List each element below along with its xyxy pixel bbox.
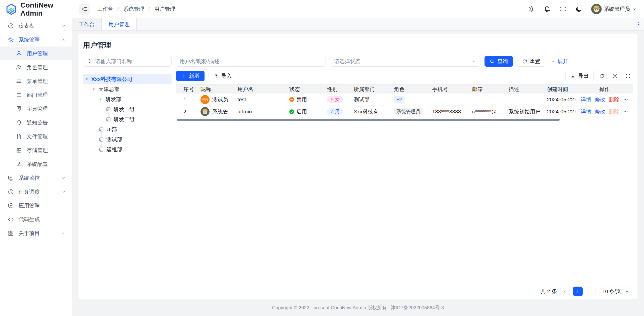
app-root: ContiNew Admin 仪表盘 系统管理 用户管理 角色管理: [0, 0, 644, 316]
sidebar-item-user-management[interactable]: 用户管理: [0, 47, 72, 60]
expand-filters-link[interactable]: 展开: [551, 58, 568, 65]
fullscreen-icon[interactable]: [559, 6, 567, 13]
caret-down-icon[interactable]: [85, 77, 89, 81]
sidebar-item-label: 任务调度: [19, 188, 57, 195]
more-actions-icon[interactable]: [623, 97, 628, 102]
sidebar-item-dictionary-management[interactable]: 字典管理: [0, 102, 72, 116]
cell-role: 系统管理员: [390, 106, 428, 118]
role-badge: 系统管理员: [394, 108, 423, 115]
tree-node-rd-group1[interactable]: 研发一组: [83, 104, 172, 114]
avatar: 试员: [200, 95, 210, 104]
sidebar-item-menu-management[interactable]: 菜单管理: [0, 74, 72, 88]
avatar: [591, 4, 602, 14]
reset-button-label: 重置: [530, 58, 540, 65]
topbar: 工作台 / 系统管理 / 用户管理 系统管理员: [72, 0, 644, 18]
status-enabled-icon: [289, 109, 294, 114]
sidebar-item-about-project[interactable]: 关于项目: [0, 226, 72, 240]
sidebar-item-app-management[interactable]: 应用管理: [0, 199, 72, 212]
sidebar-item-code-generation[interactable]: 代码生成: [0, 212, 72, 226]
user-search-input[interactable]: [180, 58, 322, 64]
table-toolbar: 新增 导入 导出: [176, 71, 633, 81]
upload-icon: [214, 73, 219, 79]
collapse-sidebar-button[interactable]: [79, 4, 90, 15]
column-settings-button[interactable]: [610, 71, 620, 81]
edit-link[interactable]: 修改: [595, 108, 605, 115]
department-search-input[interactable]: [95, 58, 168, 64]
sidebar-item-system-management[interactable]: 系统管理: [0, 33, 72, 47]
tab-user-management[interactable]: 用户管理: [102, 18, 137, 30]
sidebar-item-role-management[interactable]: 角色管理: [0, 60, 72, 74]
cube-icon: [8, 202, 14, 209]
query-button[interactable]: 查询: [485, 56, 513, 67]
tree-node-company[interactable]: Xxx科技有限公司: [83, 74, 172, 84]
dark-mode-moon-icon[interactable]: [575, 6, 582, 13]
sidebar-item-system-config[interactable]: 系统配置: [0, 157, 72, 171]
role-count-badge[interactable]: +2: [394, 96, 405, 103]
tree-node-tianjin-hq[interactable]: 天津总部: [83, 84, 172, 94]
add-button[interactable]: 新增: [176, 71, 205, 81]
caret-down-icon[interactable]: [92, 87, 96, 92]
import-button[interactable]: 导入: [209, 71, 237, 81]
edit-link[interactable]: 修改: [595, 96, 605, 103]
tree-node-ui-dept[interactable]: UI部: [83, 124, 172, 134]
breadcrumb-item[interactable]: 系统管理: [123, 6, 144, 13]
column-header-nickname: 昵称: [196, 85, 233, 94]
bell-icon: [16, 119, 22, 126]
sidebar-item-department-management[interactable]: 部门管理: [0, 88, 72, 102]
cell-created-time: 2024-05-22 09: [543, 106, 576, 118]
tab-overflow-button[interactable]: [633, 18, 644, 30]
user-menu[interactable]: 系统管理员: [591, 4, 637, 14]
column-header-description: 描述: [505, 85, 543, 94]
delete-link[interactable]: 删除: [609, 96, 619, 103]
search-icon: [87, 59, 93, 64]
cell-phone: [428, 94, 468, 106]
table-fullscreen-button[interactable]: [623, 71, 633, 81]
chevron-down-icon: [625, 289, 629, 294]
admin-avatar-image: [200, 107, 210, 116]
column-header-created-time: 创建时间: [543, 85, 576, 94]
more-actions-icon[interactable]: [623, 109, 628, 114]
previous-page-button[interactable]: [560, 287, 570, 296]
page-body: Xxx科技有限公司 天津总部 研发部 研发一组: [83, 71, 633, 296]
export-button[interactable]: 导出: [565, 71, 594, 81]
refresh-table-button[interactable]: [597, 71, 607, 81]
department-icon: [106, 117, 111, 122]
tree-node-rd-dept[interactable]: 研发部: [83, 94, 172, 104]
breadcrumb-item[interactable]: 工作台: [97, 6, 113, 13]
reset-button[interactable]: 重置: [517, 56, 545, 67]
tree-node-label: 运维部: [106, 146, 122, 153]
sidebar-item-notice[interactable]: 通知公告: [0, 116, 72, 129]
next-page-button[interactable]: [586, 287, 595, 296]
status-text: 禁用: [296, 96, 307, 103]
tree-node-test-dept[interactable]: 测试部: [83, 134, 172, 145]
sidebar-item-label: 系统管理: [19, 36, 57, 43]
page-size-select[interactable]: 10 条/页: [599, 287, 633, 296]
sidebar-item-task-schedule[interactable]: 任务调度: [0, 185, 72, 199]
cell-email: [468, 94, 505, 106]
cell-description: [505, 94, 543, 106]
status-select[interactable]: 请选择状态: [330, 56, 480, 67]
horizontal-scrollbar[interactable]: [177, 119, 560, 121]
notification-bell-icon[interactable]: [544, 6, 551, 13]
add-button-label: 新增: [189, 72, 199, 79]
caret-down-icon[interactable]: [99, 97, 103, 102]
nickname-text: 测试员: [212, 96, 228, 103]
sidebar-item-system-monitor[interactable]: 系统监控: [0, 171, 72, 185]
sidebar-item-file-management[interactable]: 文件管理: [0, 129, 72, 143]
settings-icon[interactable]: [528, 6, 535, 13]
tab-workbench[interactable]: 工作台: [72, 18, 102, 30]
user-name: 系统管理员: [604, 6, 630, 13]
detail-link[interactable]: 详情: [581, 108, 591, 115]
user-table-zone: 新增 导入 导出: [176, 71, 633, 296]
sidebar-item-dashboard[interactable]: 仪表盘: [0, 19, 72, 33]
column-header-status: 状态: [285, 85, 323, 94]
sidebar-item-storage-management[interactable]: 存储管理: [0, 143, 72, 157]
detail-link[interactable]: 详情: [581, 96, 591, 103]
column-header-department: 所属部门: [350, 85, 390, 94]
gear-icon: [612, 73, 618, 79]
search-filter-row: 请选择状态 查询 重置 展开: [83, 56, 633, 67]
page-number-current[interactable]: 1: [573, 287, 583, 296]
tree-node-ops-dept[interactable]: 运维部: [83, 145, 172, 155]
sidebar-item-label: 部门管理: [27, 92, 66, 99]
tree-node-rd-group2[interactable]: 研发二组: [83, 114, 172, 124]
